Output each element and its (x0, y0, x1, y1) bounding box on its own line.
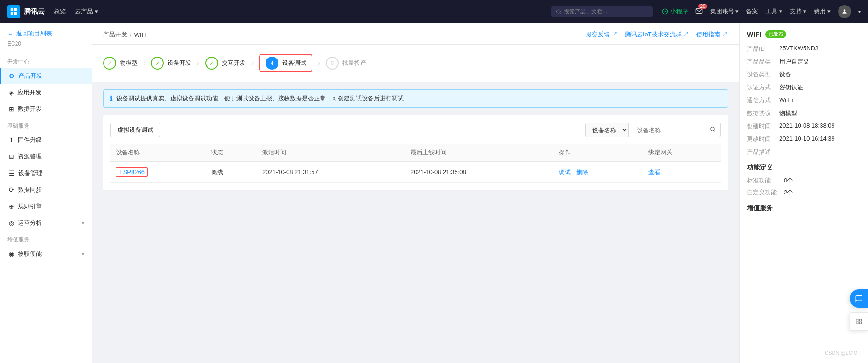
top-search-input[interactable] (564, 8, 648, 15)
val-update: 2021-10-10 16:14:39 (779, 135, 835, 143)
step-arrow-3: › (251, 59, 254, 67)
gateway-view-link[interactable]: 查看 (648, 169, 660, 176)
svg-rect-0 (11, 8, 13, 11)
val-product-type: 用户自定义 (779, 58, 809, 66)
svg-point-7 (844, 9, 846, 12)
step-2[interactable]: ✓ 设备开发 (151, 57, 191, 70)
sidebar-section-dev: 开发中心 (0, 53, 92, 68)
message-badge: 20 (698, 4, 707, 9)
col-device-name: 设备名称 (110, 144, 206, 162)
sidebar-item-iot[interactable]: ◉ 物联便能 ▾ (0, 246, 92, 262)
device-search-input[interactable] (632, 123, 701, 137)
backup-label[interactable]: 备案 (746, 7, 758, 16)
cell-last-online: 2021-10-08 21:35:08 (405, 162, 553, 183)
guide-link[interactable]: 使用指南 ↗ (696, 30, 728, 39)
account-dropdown-arrow[interactable]: ▾ (858, 9, 861, 14)
rule-icon: ⊕ (9, 203, 14, 210)
fab-grid-button[interactable] (850, 312, 868, 331)
step-1[interactable]: ✓ 物模型 (103, 57, 138, 70)
step-5[interactable]: 5 批量投产 (326, 57, 366, 70)
back-arrow-icon: ← (7, 30, 13, 37)
svg-rect-11 (859, 319, 861, 321)
datasync-icon: ⟳ (9, 186, 14, 193)
sidebar-item-product-dev[interactable]: ⚙ 产品开发 (0, 68, 92, 84)
delete-op-link[interactable]: 删除 (576, 169, 588, 176)
info-row-product-id: 产品ID 25VTKW5NDJ (747, 45, 861, 53)
right-panel: WIFI 已发布 产品ID 25VTKW5NDJ 产品品类 用户自定义 设备类型… (739, 23, 868, 363)
device-search: 设备名称 (585, 123, 721, 137)
info-row-comm: 通信方式 Wi-Fi (747, 96, 861, 105)
analytics-icon: ◎ (9, 219, 14, 227)
step-3-circle: ✓ (205, 57, 218, 70)
sidebar-back-button[interactable]: ← 返回项目列表 (0, 23, 92, 40)
device-icon: ☰ (9, 170, 15, 177)
info-row-device-type: 设备类型 设备 (747, 70, 861, 79)
community-link[interactable]: 腾讯云IoT技术交流群 ↗ (625, 30, 689, 39)
sidebar-item-firmware[interactable]: ⬆ 固件升级 (0, 132, 92, 148)
step-1-circle: ✓ (103, 57, 116, 70)
val-auth: 密钥认证 (779, 83, 803, 92)
nav-actions: 小程序 20 集团账号 ▾ 备案 工具 ▾ 支持 ▾ 费用 ▾ ▾ (662, 5, 861, 18)
svg-rect-12 (856, 322, 858, 324)
sidebar-item-analytics[interactable]: ◎ 运营分析 ▾ (0, 215, 92, 231)
svg-rect-2 (11, 12, 13, 15)
panel-title: WIFI 已发布 (747, 30, 861, 38)
info-row-protocol: 数据协议 物模型 (747, 109, 861, 117)
steps: ✓ 物模型 › ✓ 设备开发 › ✓ 交互 (103, 54, 728, 72)
breadcrumb-bar: 产品开发 / WIFI 提交反馈 ↗ 腾讯云IoT技术交流群 ↗ 使用指南 ↗ (92, 23, 739, 45)
toolbar: 虚拟设备调试 设备名称 (110, 123, 721, 137)
step-3[interactable]: ✓ 交互开发 (205, 57, 246, 70)
app-dev-icon: ◈ (9, 89, 14, 96)
svg-point-4 (556, 10, 560, 13)
svg-line-9 (714, 130, 715, 131)
fab-help-button[interactable] (850, 289, 868, 308)
sidebar-item-device[interactable]: ☰ 设备管理 (0, 165, 92, 182)
device-search-select[interactable]: 设备名称 (585, 123, 629, 137)
col-status: 状态 (206, 144, 257, 162)
svg-rect-10 (856, 319, 858, 321)
cell-activate-time: 2021-10-08 21:31:57 (257, 162, 405, 183)
info-row-update: 更改时间 2021-10-10 16:14:39 (747, 135, 861, 143)
cost-label[interactable]: 费用 ▾ (814, 7, 831, 16)
nav-overview[interactable]: 总览 (54, 7, 66, 16)
sidebar-item-data-dev[interactable]: ⊞ 数据开发 (0, 101, 92, 117)
device-search-button[interactable] (705, 123, 721, 137)
tools-label[interactable]: 工具 ▾ (765, 7, 782, 16)
debug-op-link[interactable]: 调试 (559, 169, 571, 176)
step-3-label: 交互开发 (222, 59, 246, 67)
val-custom-func: 2个 (784, 188, 793, 197)
sidebar-item-rule[interactable]: ⊕ 规则引擎 (0, 198, 92, 215)
info-row-desc: 产品描述 - (747, 148, 861, 156)
support-label[interactable]: 支持 ▾ (790, 7, 807, 16)
label-update: 更改时间 (747, 135, 779, 143)
sidebar-item-resource[interactable]: ⊟ 资源管理 (0, 148, 92, 165)
nav-products[interactable]: 云产品 ▾ (75, 7, 98, 16)
sidebar-section-basic: 基础服务 (0, 117, 92, 132)
main-content: 产品开发 / WIFI 提交反馈 ↗ 腾讯云IoT技术交流群 ↗ 使用指南 ↗ … (92, 23, 739, 363)
sidebar-item-app-dev[interactable]: ◈ 应用开发 (0, 84, 92, 101)
val-comm: Wi-Fi (779, 96, 793, 105)
step-4-box[interactable]: 4 设备调试 (259, 54, 312, 72)
step-4-label: 设备调试 (282, 59, 306, 67)
info-row-product-type: 产品品类 用户自定义 (747, 58, 861, 66)
firmware-icon: ⬆ (9, 136, 14, 144)
device-name-link[interactable]: ESP8266 (116, 167, 148, 177)
sidebar-item-datasync[interactable]: ⟳ 数据同步 (0, 182, 92, 198)
watermark: CSDN @LCIOT (825, 350, 861, 356)
func-section-title: 功能定义 (747, 164, 861, 172)
func-row-standard: 标准功能 0个 (747, 176, 861, 185)
account-label[interactable]: 集团账号 ▾ (710, 7, 739, 16)
mini-program[interactable]: 小程序 (662, 7, 688, 16)
label-product-id: 产品ID (747, 45, 779, 53)
sidebar-section-value: 增值服务 (0, 231, 92, 246)
avatar[interactable] (838, 5, 851, 18)
label-standard-func: 标准功能 (747, 176, 784, 185)
logo[interactable]: 腾讯云 (7, 5, 45, 18)
breadcrumb-parent[interactable]: 产品开发 (103, 30, 127, 39)
feedback-link[interactable]: 提交反馈 ↗ (586, 30, 618, 39)
col-gateway: 绑定网关 (643, 144, 721, 162)
step-2-check-icon: ✓ (155, 60, 160, 67)
breadcrumb-current: WIFI (134, 31, 147, 38)
message-icon-wrap[interactable]: 20 (695, 7, 703, 16)
virtual-debug-button[interactable]: 虚拟设备调试 (110, 123, 160, 137)
